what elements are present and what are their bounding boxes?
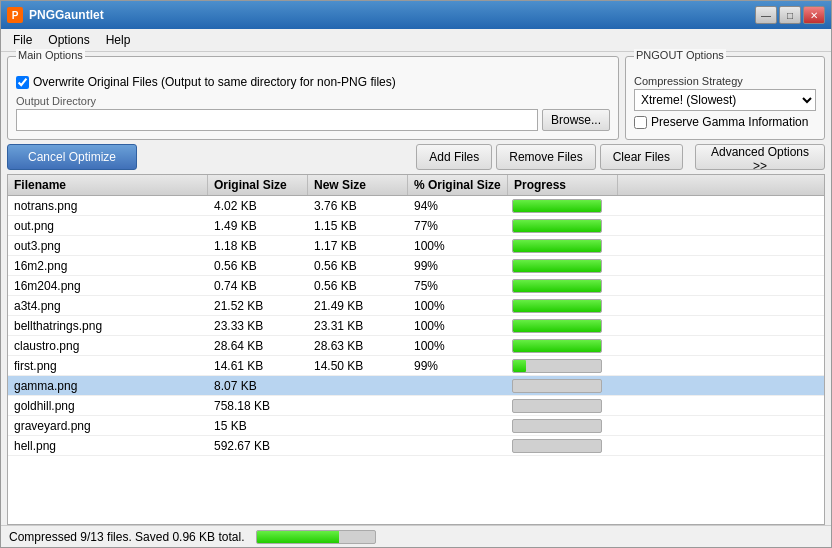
compression-select[interactable]: Xtreme! (Slowest) Intense Longest Match … [634,89,816,111]
main-options-title: Main Options [16,49,85,61]
overwrite-label: Overwrite Original Files (Output to same… [33,75,396,89]
remove-files-button[interactable]: Remove Files [496,144,595,170]
preserve-gamma-label: Preserve Gamma Information [651,115,808,129]
file-cell-orig: 14.61 KB [208,357,308,375]
col-header-new: New Size [308,175,408,195]
advanced-options-button[interactable]: Advanced Options >> [695,144,825,170]
preserve-gamma-row: Preserve Gamma Information [634,115,816,129]
progress-bar-bg [512,279,602,293]
progress-bar-bg [512,359,602,373]
file-cell-progress [508,277,618,295]
progress-bar-fill [513,360,526,372]
table-row[interactable]: goldhill.png758.18 KB [8,396,824,416]
file-cell-new: 21.49 KB [308,297,408,315]
col-header-pct: % Original Size [408,175,508,195]
table-body: notrans.png4.02 KB3.76 KB94%out.png1.49 … [8,196,824,524]
table-row[interactable]: first.png14.61 KB14.50 KB99% [8,356,824,376]
file-cell-orig: 592.67 KB [208,437,308,455]
maximize-button[interactable]: □ [779,6,801,24]
file-cell-filename: first.png [8,357,208,375]
menu-file[interactable]: File [5,31,40,49]
progress-bar-fill [513,260,601,272]
file-cell-new: 1.15 KB [308,217,408,235]
file-cell-filename: out3.png [8,237,208,255]
file-cell-progress [508,357,618,375]
browse-button[interactable]: Browse... [542,109,610,131]
file-cell-new [308,384,408,388]
file-cell-new: 14.50 KB [308,357,408,375]
progress-bar-bg [512,299,602,313]
overwrite-checkbox[interactable] [16,76,29,89]
file-cell-progress [508,257,618,275]
file-cell-filename: hell.png [8,437,208,455]
table-row[interactable]: 16m2.png0.56 KB0.56 KB99% [8,256,824,276]
file-cell-pct: 100% [408,317,508,335]
table-row[interactable]: bellthatrings.png23.33 KB23.31 KB100% [8,316,824,336]
file-cell-progress [508,237,618,255]
progress-bar-bg [512,379,602,393]
progress-bar-fill [513,200,601,212]
table-row[interactable]: a3t4.png21.52 KB21.49 KB100% [8,296,824,316]
file-cell-progress [508,297,618,315]
file-cell-filename: a3t4.png [8,297,208,315]
menu-help[interactable]: Help [98,31,139,49]
status-progress-fill [257,531,338,543]
menu-options[interactable]: Options [40,31,97,49]
file-cell-pct: 100% [408,237,508,255]
file-cell-orig: 0.56 KB [208,257,308,275]
file-cell-orig: 28.64 KB [208,337,308,355]
file-cell-filename: graveyard.png [8,417,208,435]
table-row[interactable]: hell.png592.67 KB [8,436,824,456]
file-cell-filename: out.png [8,217,208,235]
progress-bar-fill [513,220,601,232]
progress-bar-fill [513,300,601,312]
progress-bar-bg [512,219,602,233]
file-cell-new: 3.76 KB [308,197,408,215]
clear-files-button[interactable]: Clear Files [600,144,683,170]
file-cell-pct: 100% [408,297,508,315]
output-dir-input[interactable] [16,109,538,131]
file-cell-new: 0.56 KB [308,257,408,275]
file-cell-orig: 0.74 KB [208,277,308,295]
preserve-gamma-checkbox[interactable] [634,116,647,129]
file-cell-new: 28.63 KB [308,337,408,355]
table-row[interactable]: out3.png1.18 KB1.17 KB100% [8,236,824,256]
minimize-button[interactable]: — [755,6,777,24]
overwrite-row: Overwrite Original Files (Output to same… [16,75,610,89]
progress-bar-bg [512,399,602,413]
table-row[interactable]: claustro.png28.64 KB28.63 KB100% [8,336,824,356]
table-row[interactable]: out.png1.49 KB1.15 KB77% [8,216,824,236]
progress-bar-bg [512,439,602,453]
close-button[interactable]: ✕ [803,6,825,24]
col-header-progress: Progress [508,175,618,195]
dir-row: Browse... [16,109,610,131]
progress-bar-fill [513,280,601,292]
progress-bar-bg [512,199,602,213]
pngout-title: PNGOUT Options [634,49,726,61]
file-cell-orig: 8.07 KB [208,377,308,395]
progress-bar-bg [512,419,602,433]
table-row[interactable]: 16m204.png0.74 KB0.56 KB75% [8,276,824,296]
window-title: PNGGauntlet [29,8,104,22]
table-row[interactable]: graveyard.png15 KB [8,416,824,436]
add-files-button[interactable]: Add Files [416,144,492,170]
table-row[interactable]: gamma.png8.07 KB [8,376,824,396]
file-cell-pct [408,384,508,388]
file-cell-progress [508,337,618,355]
file-cell-filename: 16m2.png [8,257,208,275]
app-icon: P [7,7,23,23]
table-row[interactable]: notrans.png4.02 KB3.76 KB94% [8,196,824,216]
table-header: Filename Original Size New Size % Origin… [8,175,824,196]
pngout-options-group: PNGOUT Options Compression Strategy Xtre… [625,56,825,140]
status-text: Compressed 9/13 files. Saved 0.96 KB tot… [9,530,244,544]
file-table: Filename Original Size New Size % Origin… [7,174,825,525]
file-cell-filename: bellthatrings.png [8,317,208,335]
status-progress-bar [256,530,376,544]
file-cell-pct: 94% [408,197,508,215]
file-cell-progress [508,417,618,435]
file-cell-pct [408,424,508,428]
compression-row: Xtreme! (Slowest) Intense Longest Match … [634,89,816,111]
progress-bar-bg [512,339,602,353]
cancel-optimize-button[interactable]: Cancel Optimize [7,144,137,170]
file-cell-new: 0.56 KB [308,277,408,295]
